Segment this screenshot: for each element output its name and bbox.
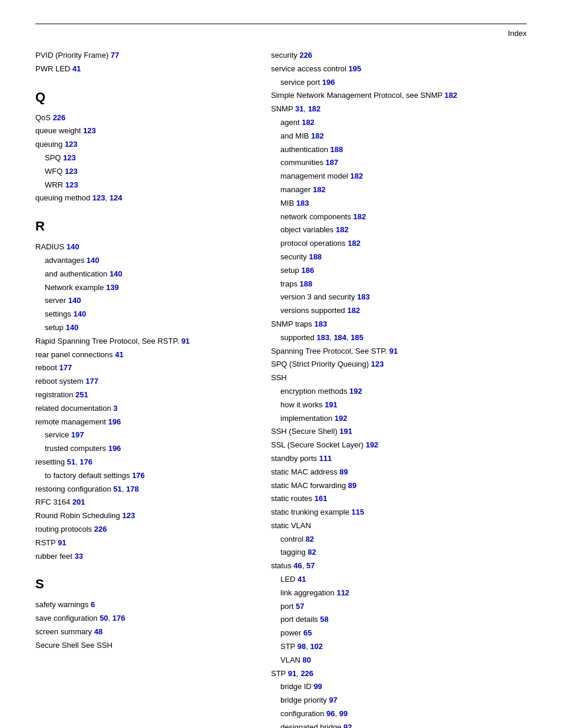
entry-round-robin: Round Robin Scheduling 123	[35, 510, 247, 522]
entry-snmp-network-components: network components 182	[271, 211, 527, 223]
entry-static-vlan-control: control 82	[271, 533, 527, 546]
content-area: PVID (Priority Frame) 77 PWR LED 41 Q Qo…	[35, 50, 527, 728]
entry-rear-panel: rear panel connections 41	[35, 349, 247, 361]
entry-stp-designated: designated bridge 92	[271, 722, 527, 728]
entry-pwr-led: PWR LED 41	[35, 63, 247, 75]
entry-status: status 46, 57	[271, 560, 527, 572]
entry-ssh: SSH	[271, 372, 527, 384]
entry-remote-mgmt: remote management 196	[35, 416, 247, 429]
entry-radius-setup: setup 140	[35, 322, 247, 334]
section-letter-q: Q	[35, 90, 247, 105]
section-s: S safety warnings 6 save configuration 5…	[35, 577, 247, 651]
entry-snmp-versions: versions supported 182	[271, 305, 527, 317]
entry-snmp-agent: agent 182	[271, 117, 527, 129]
entry-wrr: WRR 123	[35, 179, 247, 192]
entry-snmp-manager: manager 182	[271, 184, 527, 196]
entry-reboot: reboot 177	[35, 362, 247, 374]
entry-snmp-traps: SNMP traps 183	[271, 318, 527, 331]
entry-snmp-protocol-ops: protocol operations 182	[271, 238, 527, 250]
entry-static-mac-address: static MAC address 89	[271, 466, 527, 479]
entry-standby-ports: standby ports 111	[271, 453, 527, 465]
entry-rfc3164: RFC 3164 201	[35, 496, 247, 509]
section-letter-r: R	[35, 219, 247, 234]
entry-static-routes: static routes 161	[271, 493, 527, 505]
section-q: Q QoS 226 queue weight 123 queuing 123 S…	[35, 90, 247, 205]
entry-spq: SPQ 123	[35, 152, 247, 164]
entry-ssh-secure-shell: SSH (Secure Shell) 191	[271, 426, 527, 438]
entry-snmp-mib: and MIB 182	[271, 130, 527, 143]
entry-qos: QoS 226	[35, 112, 247, 124]
entry-status-stp: STP 98, 102	[271, 641, 527, 653]
entry-service-access: service access control 195	[271, 63, 527, 75]
entry-radius-auth: and authentication 140	[35, 268, 247, 281]
top-header: Index	[35, 29, 527, 38]
entry-pvid: PVID (Priority Frame) 77	[35, 50, 247, 62]
link-pwr-led[interactable]: 41	[72, 64, 81, 73]
entry-snmp-traps-sub: traps 188	[271, 278, 527, 291]
entry-ssh-implementation: implementation 192	[271, 413, 527, 425]
entry-ssl: SSL (Secure Socket Layer) 192	[271, 439, 527, 452]
top-rule	[35, 24, 527, 24]
entry-resetting: resetting 51, 176	[35, 456, 247, 469]
entry-status-vlan: VLAN 80	[271, 654, 527, 667]
entry-status-port: port 57	[271, 601, 527, 613]
entry-snmp-v3: version 3 and security 183	[271, 291, 527, 304]
entry-status-power: power 65	[271, 627, 527, 640]
entry-secure-shell: Secure Shell See SSH	[35, 640, 247, 652]
entry-status-port-details: port details 58	[271, 614, 527, 626]
entry-static-mac-forwarding: static MAC forwarding 89	[271, 480, 527, 492]
entry-radius-server: server 140	[35, 295, 247, 307]
entry-stp-note: Spanning Tree Protocol, See STP. 91	[271, 345, 527, 358]
entry-safety-warnings: safety warnings 6	[35, 599, 247, 611]
entry-radius-network: Network example 139	[35, 282, 247, 294]
entry-wfq: WFQ 123	[35, 166, 247, 178]
entry-queuing: queuing 123	[35, 139, 247, 151]
entry-radius-advantages: advantages 140	[35, 255, 247, 267]
header-label: Index	[508, 29, 527, 38]
right-column: security 226 service access control 195 …	[271, 50, 527, 728]
entry-restoring-config: restoring configuration 51, 178	[35, 483, 247, 496]
entry-snmp-object-vars: object variables 182	[271, 224, 527, 236]
entry-snmp-security: security 188	[271, 251, 527, 263]
entry-remote-service: service 197	[35, 429, 247, 442]
entry-queue-weight: queue weight 123	[35, 125, 247, 137]
section-letter-s: S	[35, 577, 247, 592]
entry-snmp: SNMP 31, 182	[271, 103, 527, 116]
entry-ssh-how-it-works: how it works 191	[271, 399, 527, 411]
entry-status-link-agg: link aggregation 112	[271, 587, 527, 599]
entry-service-port: service port 196	[271, 77, 527, 89]
entry-screen-summary: screen summary 48	[35, 626, 247, 638]
entry-registration: registration 251	[35, 389, 247, 401]
entry-rstp-note: Rapid Spanning Tree Protocol, See RSTP. …	[35, 335, 247, 348]
entry-security: security 226	[271, 50, 527, 62]
entry-rubber-feet: rubber feet 33	[35, 551, 247, 563]
entry-radius: RADIUS 140	[35, 241, 247, 253]
entry-spq: SPQ (Strict Priority Queuing) 123	[271, 358, 527, 371]
entry-related-doc: related documentation 3	[35, 403, 247, 415]
entry-factory-default: to factory default settings 176	[35, 470, 247, 482]
left-column: PVID (Priority Frame) 77 PWR LED 41 Q Qo…	[35, 50, 247, 728]
entry-ssh-encryption: encryption methods 192	[271, 386, 527, 398]
entry-stp-config: configuration 96, 99	[271, 708, 527, 720]
entry-snmp-auth: authentication 188	[271, 144, 527, 156]
entry-static-vlan: static VLAN	[271, 520, 527, 532]
link-pvid[interactable]: 77	[111, 51, 119, 60]
entry-snmp-mib2: MIB 183	[271, 197, 527, 210]
entry-save-config: save configuration 50, 176	[35, 612, 247, 625]
entry-trusted-computers: trusted computers 196	[35, 443, 247, 455]
entry-radius-settings: settings 140	[35, 308, 247, 321]
entry-stp-bridge-priority: bridge priority 97	[271, 694, 527, 707]
entry-reboot-system: reboot system 177	[35, 375, 247, 388]
entry-static-trunking: static trunking example 115	[271, 506, 527, 519]
entry-stp: STP 91, 226	[271, 668, 527, 680]
entry-snmp-traps-supported: supported 183, 184, 185	[271, 332, 527, 344]
entry-routing-protocols: routing protocols 226	[35, 523, 247, 536]
entry-rstp: RSTP 91	[35, 537, 247, 549]
entry-snmp-mgmt-model: management model 182	[271, 170, 527, 183]
entry-snmp-communities: communities 187	[271, 157, 527, 169]
section-r: R RADIUS 140 advantages 140 and authenti…	[35, 219, 247, 562]
entry-status-led: LED 41	[271, 574, 527, 586]
page: Index PVID (Priority Frame) 77 PWR LED 4…	[0, 0, 562, 728]
entry-stp-bridge-id: bridge ID 99	[271, 681, 527, 693]
entry-queuing-method: queuing method 123, 124	[35, 192, 247, 205]
